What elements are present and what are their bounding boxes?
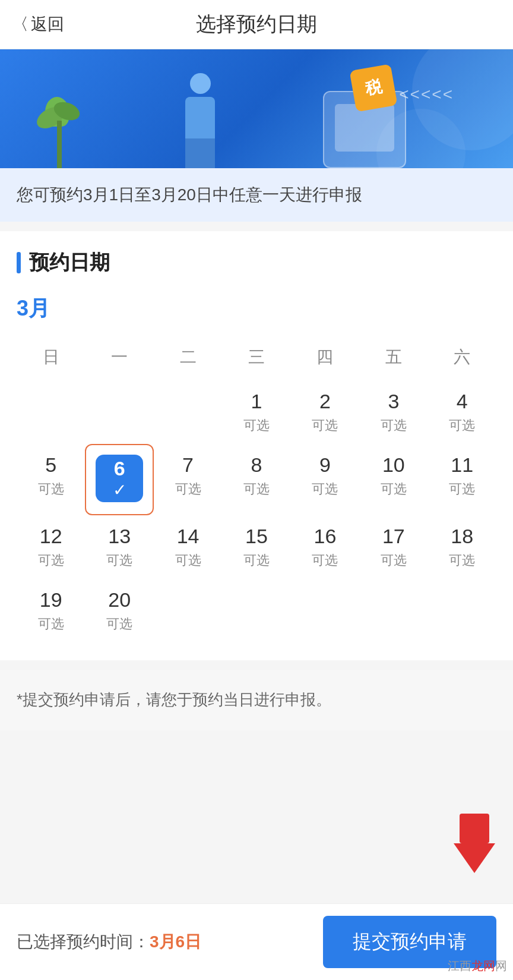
back-button[interactable]: 〈 返回	[12, 13, 64, 36]
arrow-indicator	[454, 814, 495, 873]
calendar-day-6[interactable]: 6 ✓	[85, 444, 153, 515]
selected-prefix: 已选择预约时间：	[17, 932, 150, 951]
weekday-tue: 二	[154, 340, 222, 374]
weekday-sat: 六	[428, 340, 496, 374]
calendar-month: 3月	[17, 294, 496, 323]
calendar-day-14[interactable]: 14 可选	[154, 515, 222, 579]
notice-text: *提交预约申请后，请您于预约当日进行申报。	[17, 688, 496, 713]
calendar-cell-empty	[428, 579, 496, 642]
banner-person	[178, 73, 226, 168]
arrow-down-icon	[454, 843, 495, 873]
page-title: 选择预约日期	[196, 11, 317, 38]
info-notice: 您可预约3月1日至3月20日中任意一天进行申报	[0, 168, 513, 222]
plant-stem	[57, 121, 62, 168]
calendar-day-8[interactable]: 8 可选	[222, 444, 290, 515]
back-chevron-icon: 〈	[12, 13, 28, 36]
calendar-day-12[interactable]: 12 可选	[17, 515, 85, 579]
calendar-cell-empty	[85, 380, 153, 444]
calendar-day-18[interactable]: 18 可选	[428, 515, 496, 579]
selected-time-info: 已选择预约时间：3月6日	[17, 931, 323, 953]
calendar-day-5[interactable]: 5 可选	[17, 444, 85, 515]
bottom-bar: 已选择预约时间：3月6日 提交预约申请	[0, 903, 513, 980]
calendar-day-7[interactable]: 7 可选	[154, 444, 222, 515]
calendar-week-3: 12 可选 13 可选 14 可选 15 可选 16 可选 17 可选 18 可…	[17, 515, 496, 579]
header: 〈 返回 选择预约日期	[0, 0, 513, 49]
calendar-section: 预约日期 3月 日 一 二 三 四 五 六 1 可选 2 可选 3 可选 4 可…	[0, 231, 513, 660]
weekday-wed: 三	[222, 340, 290, 374]
selected-date: 3月6日	[150, 932, 201, 951]
info-notice-text: 您可预约3月1日至3月20日中任意一天进行申报	[17, 185, 362, 204]
selected-day-bg: 6 ✓	[96, 455, 143, 502]
calendar-day-9[interactable]: 9 可选	[291, 444, 359, 515]
calendar-day-2[interactable]: 2 可选	[291, 380, 359, 444]
weekday-sun: 日	[17, 340, 85, 374]
calendar-week-2: 5 可选 6 ✓ 7 可选 8 可选 9 可选 10 可选 11 可选	[17, 444, 496, 515]
calendar-day-4[interactable]: 4 可选	[428, 380, 496, 444]
calendar-day-15[interactable]: 15 可选	[222, 515, 290, 579]
calendar-weekdays: 日 一 二 三 四 五 六	[17, 340, 496, 374]
calendar-day-1[interactable]: 1 可选	[222, 380, 290, 444]
calendar-week-1: 1 可选 2 可选 3 可选 4 可选	[17, 380, 496, 444]
banner-arrows: <<<<<	[399, 85, 454, 104]
calendar-day-11[interactable]: 11 可选	[428, 444, 496, 515]
arrow-rect	[460, 814, 489, 843]
section-title-bar	[17, 252, 21, 273]
calendar-day-19[interactable]: 19 可选	[17, 579, 85, 642]
weekday-mon: 一	[85, 340, 153, 374]
calendar-cell-empty	[222, 579, 290, 642]
calendar-cell-empty	[17, 380, 85, 444]
person-head	[190, 73, 211, 94]
calendar-day-17[interactable]: 17 可选	[359, 515, 428, 579]
banner-content: 税 <<<<<	[0, 49, 513, 168]
banner: 税 <<<<<	[0, 49, 513, 168]
weekday-thu: 四	[291, 340, 359, 374]
calendar-cell-empty	[154, 579, 222, 642]
phone-screen	[335, 104, 394, 152]
calendar-cell-empty	[359, 579, 428, 642]
calendar-cell-empty	[291, 579, 359, 642]
calendar-day-20[interactable]: 20 可选	[85, 579, 153, 642]
tax-badge: 税	[349, 64, 397, 112]
person-legs	[185, 138, 215, 168]
notice-section: *提交预约申请后，请您于预约当日进行申报。	[0, 670, 513, 730]
back-label: 返回	[31, 13, 64, 36]
calendar-day-3[interactable]: 3 可选	[359, 380, 428, 444]
calendar-day-13[interactable]: 13 可选	[85, 515, 153, 579]
person-body	[185, 97, 215, 138]
calendar-day-16[interactable]: 16 可选	[291, 515, 359, 579]
calendar-cell-empty	[154, 380, 222, 444]
submit-button[interactable]: 提交预约申请	[323, 916, 496, 968]
section-title-text: 预约日期	[29, 249, 110, 276]
banner-plant	[36, 97, 83, 168]
calendar-day-10[interactable]: 10 可选	[359, 444, 428, 515]
weekday-fri: 五	[359, 340, 428, 374]
section-title-row: 预约日期	[17, 249, 496, 276]
calendar-week-4: 19 可选 20 可选	[17, 579, 496, 642]
